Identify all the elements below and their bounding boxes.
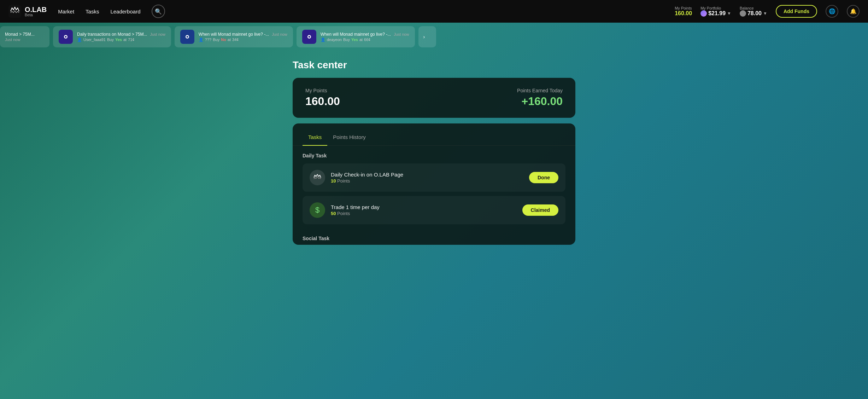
ticker-user-icon-2: 👤 [321, 37, 326, 42]
daily-task-title: Daily Task [303, 153, 565, 158]
ticker-action-1: Buy [213, 37, 219, 42]
ticker-at-1: at [228, 37, 231, 42]
dollar-sign-icon: $ [315, 206, 319, 215]
portfolio-label: My Portfolio [700, 6, 731, 10]
task-tabs: Tasks Points History [293, 123, 575, 146]
task-section-daily: Daily Task Daily Check-in on O.LAB Page … [293, 146, 575, 236]
add-funds-button[interactable]: Add Funds [776, 5, 817, 18]
points-card-label: My Points [305, 88, 340, 93]
ticker-direction-0: Yes [115, 37, 122, 42]
nav-leaderboard[interactable]: Leaderboard [110, 8, 140, 15]
ticker-item-partial[interactable]: Monad > 75M... Just now [0, 26, 49, 47]
globe-button[interactable]: 🌐 [826, 5, 838, 18]
ticker-icon-2 [302, 30, 316, 44]
page-title: Task center [293, 59, 575, 71]
svg-point-3 [65, 36, 67, 38]
task-trade-points-value: 50 [331, 211, 336, 216]
task-checkin-points-suffix: Points [337, 178, 350, 184]
task-panel: Tasks Points History Daily Task Daily Ch… [293, 123, 575, 245]
logo-name: O.LAB [25, 6, 47, 13]
ticker-user-icon-1: 👤 [199, 37, 204, 42]
task-checkin-button[interactable]: Done [529, 172, 558, 183]
search-icon: 🔍 [155, 8, 162, 15]
task-dollar-icon: $ [310, 202, 325, 218]
ticker-at-0: at [123, 37, 127, 42]
nav-tasks[interactable]: Tasks [86, 8, 99, 15]
ticker-bar: Monad > 75M... Just now Daily transactio… [0, 23, 868, 51]
ticker-price-1: 34¢ [232, 37, 239, 42]
ticker-title-1: When will Monad mainnet go live? -... [199, 32, 269, 37]
ticker-title-2: When will Monad mainnet go live? -... [321, 32, 391, 37]
balance-value[interactable]: 78.00 ▼ [740, 10, 767, 17]
task-checkin-points: 10 Points [331, 178, 523, 184]
task-olab-icon [310, 170, 325, 185]
portfolio-icon [700, 10, 707, 17]
ticker-action-2: Buy [343, 37, 350, 42]
ticker-partial-title: Monad > 75M... [5, 32, 35, 37]
ticker-direction-2: Yes [351, 37, 358, 42]
ticker-item-0[interactable]: Daily transactions on Monad > 75M... Jus… [53, 26, 171, 47]
task-item-trade: $ Trade 1 time per day 50 Points Claimed [303, 196, 565, 224]
my-points-value: 160.00 [675, 10, 692, 17]
notifications-button[interactable]: 🔔 [847, 5, 860, 18]
ticker-price-0: 71¢ [128, 37, 134, 42]
balance-icon [740, 10, 746, 17]
ticker-at-2: at [359, 37, 363, 42]
ticker-icon-1 [180, 30, 194, 44]
task-trade-points-suffix: Points [337, 211, 350, 216]
ticker-direction-1: No [221, 37, 226, 42]
main-content: Task center My Points 160.00 Points Earn… [187, 51, 681, 253]
task-item-checkin: Daily Check-in on O.LAB Page 10 Points D… [303, 163, 565, 192]
ticker-item-partial-right[interactable]: › [418, 26, 436, 47]
svg-point-6 [186, 36, 188, 38]
ticker-timestamp-0: Just now [150, 32, 165, 36]
search-button[interactable]: 🔍 [152, 5, 165, 18]
balance-stat[interactable]: Balance 78.00 ▼ [740, 6, 767, 17]
balance-amount: 78.00 [747, 10, 762, 17]
navbar: O.LAB Beta Market Tasks Leaderboard 🔍 My… [0, 0, 868, 23]
ticker-user-icon-0: 👤 [77, 37, 82, 42]
task-trade-name: Trade 1 time per day [331, 204, 517, 210]
points-earned-value: +160.00 [517, 95, 563, 108]
points-earned-label: Points Earned Today [517, 88, 563, 93]
ticker-timestamp-1: Just now [272, 32, 287, 36]
task-checkin-name: Daily Check-in on O.LAB Page [331, 172, 523, 178]
nav-market[interactable]: Market [58, 8, 74, 15]
points-card: My Points 160.00 Points Earned Today +16… [293, 78, 575, 118]
my-portfolio-stat[interactable]: My Portfolio $21.99 ▼ [700, 6, 731, 17]
ticker-action-0: Buy [107, 37, 114, 42]
ticker-user-1: ??? [205, 37, 211, 42]
nav-links: Market Tasks Leaderboard 🔍 [58, 5, 675, 18]
ticker-icon-0 [59, 30, 73, 44]
social-task-title: Social Task [293, 236, 575, 245]
portfolio-chevron-icon: ▼ [727, 11, 731, 16]
ticker-title-0: Daily transactions on Monad > 75M... [77, 32, 147, 37]
task-trade-button[interactable]: Claimed [522, 204, 558, 216]
ticker-price-2: 66¢ [364, 37, 370, 42]
balance-label: Balance [740, 6, 767, 10]
globe-icon: 🌐 [829, 8, 835, 15]
nav-right: My Points 160.00 My Portfolio $21.99 ▼ B… [675, 5, 860, 18]
task-trade-points: 50 Points [331, 211, 517, 216]
portfolio-value[interactable]: $21.99 ▼ [700, 10, 731, 17]
bell-icon: 🔔 [850, 8, 857, 15]
ticker-item-1[interactable]: When will Monad mainnet go live? -... Ju… [175, 26, 293, 47]
balance-chevron-icon: ▼ [763, 11, 767, 16]
nav-logo[interactable]: O.LAB Beta [8, 5, 47, 18]
tab-tasks[interactable]: Tasks [303, 131, 327, 146]
logo-beta: Beta [25, 13, 47, 17]
my-points-label: My Points [675, 6, 692, 10]
my-points-stat: My Points 160.00 [675, 6, 692, 17]
ticker-timestamp-2: Just now [394, 32, 409, 36]
tab-points-history[interactable]: Points History [327, 131, 371, 146]
points-card-value: 160.00 [305, 95, 340, 108]
ticker-user-2: deayeon [327, 37, 342, 42]
svg-point-9 [308, 36, 310, 38]
portfolio-amount: $21.99 [708, 10, 726, 17]
olab-logo-icon [8, 5, 21, 18]
ticker-item-2[interactable]: When will Monad mainnet go live? -... Ju… [297, 26, 415, 47]
task-checkin-points-value: 10 [331, 178, 336, 184]
ticker-partial-timestamp: Just now [5, 37, 35, 42]
ticker-user-0: User_faaa91 [83, 37, 106, 42]
